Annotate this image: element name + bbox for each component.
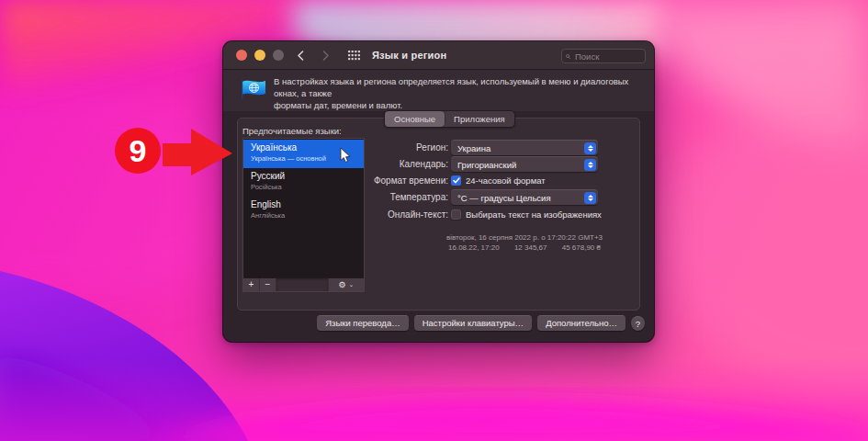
region-label: Регион: (238, 142, 448, 153)
time-format-row: Формат времени: 24-часовой формат (238, 175, 641, 186)
temperature-value: °C — градусы Цельсия (457, 193, 551, 203)
calendar-popup[interactable]: Григорианский (451, 156, 598, 172)
description-line-1: В настройках языка и региона определяетс… (274, 75, 645, 99)
search-icon (566, 52, 570, 61)
search-input[interactable] (573, 51, 641, 62)
traffic-lights (236, 50, 284, 61)
language-list-toolbar: + − ⚙ ⌄ (243, 277, 364, 291)
pane-description: В настройках языка и региона определяетс… (274, 75, 645, 111)
keyboard-settings-button[interactable]: Настройки клавиатуры… (414, 315, 532, 331)
chevron-left-icon (297, 51, 304, 61)
region-value: Украина (457, 143, 490, 153)
back-button[interactable] (291, 46, 310, 64)
temperature-popup[interactable]: °C — градусы Цельсия (451, 189, 598, 205)
forward-button[interactable] (317, 46, 335, 64)
live-text-checkbox-label: Выбирать текст на изображениях (466, 209, 602, 220)
time-format-checkbox[interactable] (451, 175, 461, 186)
show-all-button[interactable] (344, 46, 363, 64)
add-language-button[interactable]: + (243, 278, 260, 291)
time-format-checkbox-label: 24-часовой формат (466, 175, 546, 186)
calendar-label: Календарь: (238, 159, 448, 169)
chevron-right-icon (322, 51, 330, 61)
popup-chevrons-icon (584, 159, 596, 171)
preview-short-datetime: 16.08.22, 17:20 (448, 243, 500, 252)
tab-general[interactable]: Основные (385, 111, 445, 127)
system-preferences-window: Язык и регион (223, 41, 654, 342)
calendar-value: Григорианский (457, 160, 516, 170)
live-text-label: Онлайн-текст: (238, 209, 448, 220)
temperature-row: Температура: °C — градусы Цельсия (238, 189, 641, 205)
titlebar: Язык и регион (223, 41, 654, 70)
action-menu-button[interactable]: ⚙ ⌄ (329, 278, 364, 291)
live-text-checkbox[interactable] (451, 209, 461, 220)
popup-chevrons-icon (584, 142, 596, 154)
preview-long-date: вівторок, 16 серпня 2022 р. о 17:20:22 G… (387, 232, 662, 243)
preview-short-formats: 16.08.22, 17:20 12 345,67 45 678,90 ₴ (387, 243, 662, 253)
preview-number: 12 345,67 (514, 243, 547, 252)
bottom-button-row: Языки перевода… Настройки клавиатуры… До… (317, 315, 645, 331)
chevron-down-icon: ⌄ (349, 281, 355, 288)
format-preview: вівторок, 16 серпня 2022 р. о 17:20:22 G… (387, 232, 662, 253)
window-title: Язык и регион (372, 50, 446, 61)
temperature-label: Температура: (238, 192, 448, 202)
tab-apps[interactable]: Приложения (445, 111, 514, 127)
advanced-button[interactable]: Дополнительно… (537, 315, 626, 331)
pane-header: В настройках языка и региона определяетс… (223, 70, 654, 111)
checkmark-icon (453, 177, 460, 184)
region-popup[interactable]: Украина (451, 140, 598, 155)
zoom-button-disabled (273, 50, 284, 61)
translation-languages-button[interactable]: Языки перевода… (317, 315, 408, 331)
help-button[interactable]: ? (631, 316, 645, 331)
gear-icon: ⚙ (339, 280, 346, 289)
minimize-button[interactable] (254, 50, 265, 61)
grid-icon (348, 51, 360, 61)
preview-currency: 45 678,90 ₴ (562, 243, 601, 252)
calendar-row: Календарь: Григорианский (238, 156, 641, 172)
search-field[interactable] (561, 49, 646, 63)
close-button[interactable] (236, 50, 247, 61)
toolbar-spacer (276, 278, 329, 291)
popup-chevrons-icon (584, 192, 596, 204)
tab-bar: Основные Приложения (384, 110, 515, 128)
preferred-languages-label: Предпочитаемые языки: (242, 126, 342, 136)
language-region-icon (241, 78, 267, 100)
general-settings-group: Предпочитаемые языки: Українська Українс… (237, 118, 640, 311)
region-row: Регион: Украина (238, 140, 641, 155)
remove-language-button[interactable]: − (260, 278, 276, 291)
time-format-label: Формат времени: (238, 175, 448, 186)
live-text-row: Онлайн-текст: Выбирать текст на изображе… (238, 209, 641, 220)
